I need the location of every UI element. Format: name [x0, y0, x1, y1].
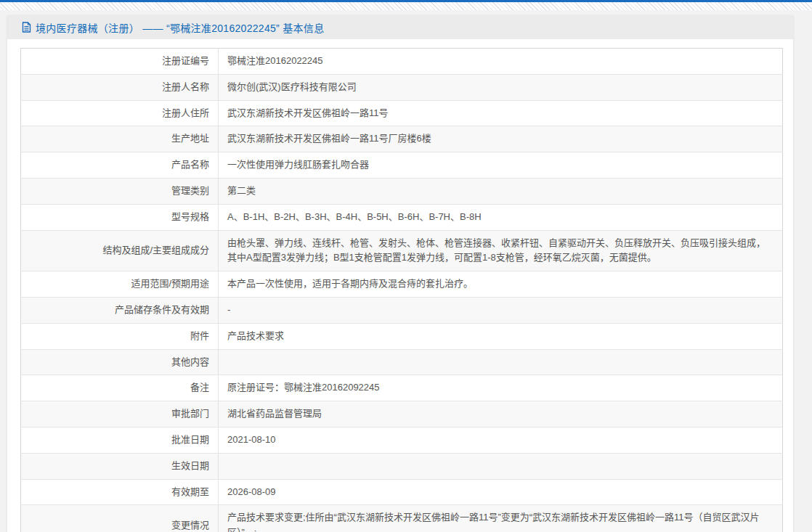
row-label-text: 适用范围/预期用途 [131, 277, 209, 292]
row-value: 湖北省药品监督管理局 [219, 401, 783, 427]
row-label: 管理类别 [21, 178, 219, 204]
row-label: 产品储存条件及有效期 [21, 297, 219, 323]
table-row: 注册人名称微尔创(武汉)医疗科技有限公司 [21, 74, 783, 100]
table-row: 审批部门湖北省药品监督管理局 [21, 401, 783, 427]
table-row: 结构及组成/主要组成成分由枪头罩、弹力线、连线杆、枪管、发射头、枪体、枪管连接器… [21, 230, 783, 271]
row-value-text: 产品技术要求变更;住所由“武汉东湖新技术开发区佛祖岭一路11号”变更为“武汉东湖… [227, 512, 760, 532]
table-row: 产品储存条件及有效期- [21, 297, 783, 323]
row-label-text: 产品储存条件及有效期 [115, 303, 209, 318]
table-row: 有效期至2026-08-09 [21, 479, 783, 505]
table-row: 生效日期 [21, 453, 783, 479]
row-label-text: 产品名称 [171, 157, 209, 173]
row-label: 附件 [21, 323, 219, 349]
row-value: - [219, 297, 783, 323]
row-label: 批准日期 [21, 427, 219, 453]
row-value-text: 产品技术要求 [227, 330, 284, 341]
row-value: 本产品一次性使用，适用于各期内痔及混合痔的套扎治疗。 [219, 271, 783, 298]
table-row: 生产地址武汉东湖新技术开发区佛祖岭一路11号厂房楼6楼 [21, 126, 783, 152]
row-value-text: 微尔创(武汉)医疗科技有限公司 [227, 81, 357, 92]
row-value-text: 2026-08-09 [227, 486, 276, 497]
row-value-text: 2021-08-10 [227, 434, 276, 445]
row-value: 由枪头罩、弹力线、连线杆、枪管、发射头、枪体、枪管连接器、收紧杆钮、自紧驱动开关… [219, 230, 783, 271]
row-label: 有效期至 [21, 479, 219, 505]
table-row: 批准日期2021-08-10 [21, 427, 783, 453]
row-value: 一次性使用弹力线肛肠套扎吻合器 [219, 152, 783, 179]
record-card: 境内医疗器械（注册） —— “鄂械注准20162022245” 基本信息 注册证… [7, 15, 793, 532]
document-icon [22, 22, 31, 33]
table-row: 附件产品技术要求 [21, 323, 783, 349]
row-value-text: 湖北省药品监督管理局 [227, 408, 322, 419]
row-value-text: 武汉东湖新技术开发区佛祖岭一路11号厂房楼6楼 [227, 133, 431, 144]
row-value: 武汉东湖新技术开发区佛祖岭一路11号 [219, 100, 783, 126]
row-label-text: 型号规格 [171, 210, 209, 225]
row-label: 注册证编号 [21, 49, 219, 75]
table-row: 注册证编号鄂械注准20162022245 [21, 49, 783, 75]
row-label-text: 附件 [190, 329, 209, 344]
row-value: A、B-1H、B-2H、B-3H、B-4H、B-5H、B-6H、B-7H、B-8… [219, 204, 783, 230]
row-label-text: 注册人名称 [162, 80, 209, 95]
page-title: 境内医疗器械（注册） —— “鄂械注准20162022245” 基本信息 [36, 20, 324, 35]
table-row: 其他内容 [21, 349, 783, 375]
row-value: 鄂械注准20162022245 [219, 49, 783, 75]
row-label: 审批部门 [21, 401, 219, 427]
table-row: 适用范围/预期用途本产品一次性使用，适用于各期内痔及混合痔的套扎治疗。 [21, 271, 783, 298]
row-label-text: 有效期至 [171, 485, 209, 500]
table-row: 备注原注册证号：鄂械注准20162092245 [21, 375, 783, 401]
row-value: 微尔创(武汉)医疗科技有限公司 [219, 74, 783, 100]
row-label-text: 生效日期 [171, 459, 209, 474]
registration-info-table: 注册证编号鄂械注准20162022245注册人名称微尔创(武汉)医疗科技有限公司… [20, 48, 783, 532]
row-value-text: 本产品一次性使用，适用于各期内痔及混合痔的套扎治疗。 [227, 278, 473, 289]
row-label: 结构及组成/主要组成成分 [21, 230, 219, 271]
row-label: 适用范围/预期用途 [21, 271, 219, 298]
row-label-text: 管理类别 [171, 184, 209, 199]
row-value: 第二类 [219, 178, 783, 204]
card-header: 境内医疗器械（注册） —— “鄂械注准20162022245” 基本信息 [7, 15, 793, 39]
row-value [219, 349, 783, 375]
row-value-text: A、B-1H、B-2H、B-3H、B-4H、B-5H、B-6H、B-7H、B-8… [227, 211, 482, 222]
row-value: 产品技术要求变更;住所由“武汉东湖新技术开发区佛祖岭一路11号”变更为“武汉东湖… [219, 505, 783, 532]
row-label-text: 审批部门 [171, 406, 209, 422]
row-label: 生产地址 [21, 126, 219, 152]
diagonal-stripe-band [0, 2, 812, 10]
row-value-text: 原注册证号：鄂械注准20162092245 [227, 382, 380, 393]
row-value: 原注册证号：鄂械注准20162092245 [219, 375, 783, 401]
row-value [219, 453, 783, 479]
row-label-text: 其他内容 [171, 355, 209, 370]
row-label-text: 备注 [190, 380, 209, 396]
row-value: 2026-08-09 [219, 479, 783, 505]
row-label: 型号规格 [21, 204, 219, 230]
table-row: 变更情况产品技术要求变更;住所由“武汉东湖新技术开发区佛祖岭一路11号”变更为“… [21, 505, 783, 532]
row-value: 2021-08-10 [219, 427, 783, 453]
row-value: 武汉东湖新技术开发区佛祖岭一路11号厂房楼6楼 [219, 126, 783, 152]
table-row: 产品名称一次性使用弹力线肛肠套扎吻合器 [21, 152, 783, 179]
row-label-text: 生产地址 [171, 131, 209, 147]
row-value-text: 一次性使用弹力线肛肠套扎吻合器 [227, 159, 369, 170]
table-row: 注册人住所武汉东湖新技术开发区佛祖岭一路11号 [21, 100, 783, 126]
row-label: 备注 [21, 375, 219, 401]
row-label-text: 注册证编号 [162, 54, 209, 69]
row-value-text: 武汉东湖新技术开发区佛祖岭一路11号 [227, 107, 389, 118]
row-label-text: 批准日期 [171, 433, 209, 448]
row-label: 变更情况 [21, 505, 219, 532]
table-row: 型号规格A、B-1H、B-2H、B-3H、B-4H、B-5H、B-6H、B-7H… [21, 204, 783, 230]
row-value-text: 鄂械注准20162022245 [227, 55, 323, 66]
row-label: 产品名称 [21, 152, 219, 179]
row-value-text: - [227, 304, 230, 315]
row-label: 生效日期 [21, 453, 219, 479]
row-label-text: 结构及组成/主要组成成分 [102, 243, 209, 258]
row-value: 产品技术要求 [219, 323, 783, 349]
row-value-text: 第二类 [227, 185, 256, 196]
table-row: 管理类别第二类 [21, 178, 783, 204]
row-label: 其他内容 [21, 349, 219, 375]
row-label-text: 变更情况 [171, 518, 209, 532]
row-label-text: 注册人住所 [162, 106, 209, 121]
row-value-text: 由枪头罩、弹力线、连线杆、枪管、发射头、枪体、枪管连接器、收紧杆钮、自紧驱动开关… [227, 237, 766, 263]
row-label: 注册人名称 [21, 74, 219, 100]
row-label: 注册人住所 [21, 100, 219, 126]
